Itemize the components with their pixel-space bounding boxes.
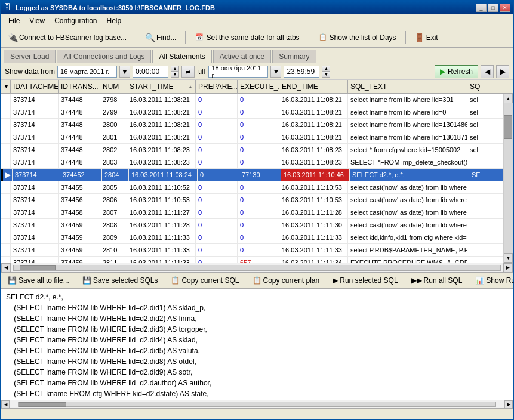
from-time-down[interactable]: ▼ bbox=[171, 72, 179, 78]
col-header-start-time[interactable]: START_TIME ▲ bbox=[127, 80, 196, 93]
tab-summary[interactable]: Summary bbox=[272, 50, 316, 63]
tab-connections-logs[interactable]: All Connections and Logs bbox=[57, 50, 151, 63]
sql-scroll-thumb[interactable] bbox=[19, 402, 66, 407]
from-time-up[interactable]: ▲ bbox=[171, 66, 179, 72]
to-date-picker-button[interactable]: ▼ bbox=[270, 66, 281, 78]
row-expand-11[interactable] bbox=[1, 231, 11, 243]
refresh-button[interactable]: ▶ Refresh bbox=[435, 65, 478, 78]
h-scroll-right-button[interactable]: ▶ bbox=[503, 263, 513, 273]
cell-execute-10: 0 bbox=[238, 219, 279, 231]
row-expand-5[interactable] bbox=[1, 156, 11, 168]
scroll-track[interactable] bbox=[504, 103, 513, 253]
main-toolbar: 🔌 Connect to FBScanner log base... 🔍 Fin… bbox=[1, 27, 513, 48]
copy-plan-button[interactable]: 📋 Copy current plan bbox=[248, 274, 324, 287]
tab-server-load[interactable]: Server Load bbox=[4, 50, 56, 63]
save-all-button[interactable]: 💾 Save all to file... bbox=[4, 274, 73, 287]
row-expand-8[interactable] bbox=[1, 194, 11, 206]
row-expand-12[interactable] bbox=[1, 244, 11, 256]
table-row[interactable]: 373714 374459 2809 16.03.2011 11:11:33 0… bbox=[1, 231, 503, 244]
table-row[interactable]: 373714 374458 2807 16.03.2011 11:11:27 0… bbox=[1, 206, 503, 219]
row-expand-0[interactable] bbox=[1, 94, 11, 106]
tab-all-statements[interactable]: All Statements bbox=[152, 50, 211, 63]
from-time-spinner[interactable]: ▲ ▼ bbox=[171, 66, 179, 78]
table-row[interactable]: 373714 374448 2803 16.03.2011 11:08:23 0… bbox=[1, 156, 503, 169]
row-expand-1[interactable] bbox=[1, 106, 11, 118]
to-time-spinner[interactable]: ▲ ▼ bbox=[322, 66, 330, 78]
row-expand-3[interactable] bbox=[1, 131, 11, 143]
from-date-picker-button[interactable]: ▼ bbox=[119, 66, 130, 78]
sql-scroll-right-button[interactable]: ▶ bbox=[504, 400, 513, 409]
table-row[interactable]: 373714 374448 2800 16.03.2011 11:08:21 0… bbox=[1, 119, 503, 131]
from-date-input[interactable]: 16 марта 2011 г. bbox=[57, 66, 117, 78]
scroll-thumb[interactable] bbox=[504, 115, 512, 139]
cell-idtrans-1: 374448 bbox=[59, 106, 100, 118]
table-row[interactable]: 373714 374455 2805 16.03.2011 11:10:52 0… bbox=[1, 181, 503, 194]
col-header-sq[interactable]: SQ bbox=[467, 80, 485, 93]
sql-content[interactable]: SELECT d2.*, e.*, (SELECT lname FROM lib… bbox=[1, 289, 513, 400]
connect-button[interactable]: 🔌 Connect to FBScanner log base... bbox=[4, 30, 131, 45]
h-scroll-track[interactable] bbox=[13, 265, 501, 271]
save-selected-button[interactable]: 💾 Save selected SQLs bbox=[78, 274, 162, 287]
to-time-down[interactable]: ▼ bbox=[322, 72, 330, 78]
set-same-date-button[interactable]: 📅 Set the same date for all tabs bbox=[190, 30, 303, 45]
cell-execute-11: 0 bbox=[238, 231, 279, 243]
row-expand-6[interactable]: ▶ bbox=[3, 169, 13, 181]
cell-sql-1: select lname from lib where lid=0 bbox=[348, 106, 467, 118]
vertical-scrollbar[interactable]: ▲ ▼ bbox=[503, 94, 513, 262]
table-row[interactable]: 373714 374456 2806 16.03.2011 11:10:53 0… bbox=[1, 194, 503, 206]
next-page-button[interactable]: ▶ bbox=[496, 65, 509, 78]
col-header-idtrans[interactable]: IDTRANS... bbox=[59, 80, 100, 93]
scroll-down-button[interactable]: ▼ bbox=[504, 253, 513, 262]
row-expand-7[interactable] bbox=[1, 181, 11, 193]
table-row[interactable]: 373714 374448 2801 16.03.2011 11:08:21 0… bbox=[1, 131, 503, 144]
show-list-button[interactable]: 📋 Show the list of Days bbox=[314, 30, 401, 45]
sql-scroll-left-button[interactable]: ◀ bbox=[1, 400, 10, 409]
copy-current-sql-button[interactable]: 📋 Copy current SQL bbox=[167, 274, 243, 287]
table-row[interactable]: 373714 374459 2811 16.03.2011 11:11:33 0… bbox=[1, 257, 503, 262]
table-row[interactable]: 373714 374459 2810 16.03.2011 11:11:33 0… bbox=[1, 244, 503, 257]
menu-file[interactable]: File bbox=[4, 16, 24, 26]
table-row[interactable]: ▶ 373714 374452 2804 16.03.2011 11:08:24… bbox=[1, 169, 503, 181]
to-time-input[interactable]: 23:59:59 bbox=[284, 66, 319, 78]
run-all-button[interactable]: ▶▶ Run all SQL bbox=[407, 274, 467, 287]
h-scroll-left-button[interactable]: ◀ bbox=[1, 263, 11, 273]
row-expand-10[interactable] bbox=[1, 219, 11, 231]
col-header-idattachment[interactable]: IDATTACHMENT bbox=[11, 80, 59, 93]
col-header-end-time[interactable]: END_TIME bbox=[279, 80, 348, 93]
from-time-input[interactable]: 0:00:00 bbox=[133, 66, 168, 78]
tab-active-at-once[interactable]: Active at once bbox=[213, 50, 271, 63]
to-date-input[interactable]: 18 октября 2011 г. bbox=[208, 66, 268, 78]
col-header-prepare[interactable]: PREPARE... bbox=[196, 80, 238, 93]
minimize-button[interactable]: _ bbox=[476, 4, 487, 12]
exit-button[interactable]: 🚪 Exit bbox=[411, 30, 442, 45]
grid-body[interactable]: 373714 374448 2798 16.03.2011 11:08:21 0… bbox=[1, 94, 503, 262]
row-expand-9[interactable] bbox=[1, 206, 11, 218]
sql-scroll-track[interactable] bbox=[18, 402, 496, 407]
row-expand-2[interactable] bbox=[1, 119, 11, 131]
scroll-up-button[interactable]: ▲ bbox=[504, 94, 513, 103]
row-expand-4[interactable] bbox=[1, 144, 11, 156]
table-row[interactable]: 373714 374448 2802 16.03.2011 11:08:23 0… bbox=[1, 144, 503, 156]
close-button[interactable]: ✕ bbox=[500, 4, 510, 12]
table-row[interactable]: 373714 374448 2798 16.03.2011 11:08:21 0… bbox=[1, 94, 503, 106]
table-row[interactable]: 373714 374459 2808 16.03.2011 11:11:28 0… bbox=[1, 219, 503, 231]
table-row[interactable]: 373714 374448 2799 16.03.2011 11:08:21 0… bbox=[1, 106, 503, 119]
col-header-execute[interactable]: EXECUTE_... bbox=[238, 80, 279, 93]
col-header-num[interactable]: NUM bbox=[100, 80, 127, 93]
maximize-button[interactable]: □ bbox=[488, 4, 498, 12]
prev-page-button[interactable]: ◀ bbox=[481, 65, 494, 78]
show-result-button[interactable]: 📊 Show Run Result bbox=[471, 274, 514, 287]
row-expand-13[interactable] bbox=[1, 257, 11, 262]
swap-button[interactable]: ⇄ bbox=[181, 66, 195, 78]
run-selected-button[interactable]: ▶ Run selected SQL bbox=[328, 274, 402, 287]
h-scroll-thumb[interactable] bbox=[20, 265, 56, 270]
to-time-up[interactable]: ▲ bbox=[322, 66, 330, 72]
col-header-sql[interactable]: SQL_TEXT bbox=[348, 80, 467, 93]
col-header-expand[interactable]: ▼ bbox=[1, 80, 11, 93]
menu-help[interactable]: Help bbox=[102, 16, 127, 26]
menu-view[interactable]: View bbox=[24, 16, 50, 26]
horizontal-scrollbar[interactable]: ◀ ▶ bbox=[1, 262, 513, 272]
sql-horizontal-scrollbar[interactable]: ◀ ▶ bbox=[1, 400, 513, 408]
find-button[interactable]: 🔍 Find... bbox=[141, 30, 180, 45]
menu-configuration[interactable]: Configuration bbox=[50, 16, 101, 26]
